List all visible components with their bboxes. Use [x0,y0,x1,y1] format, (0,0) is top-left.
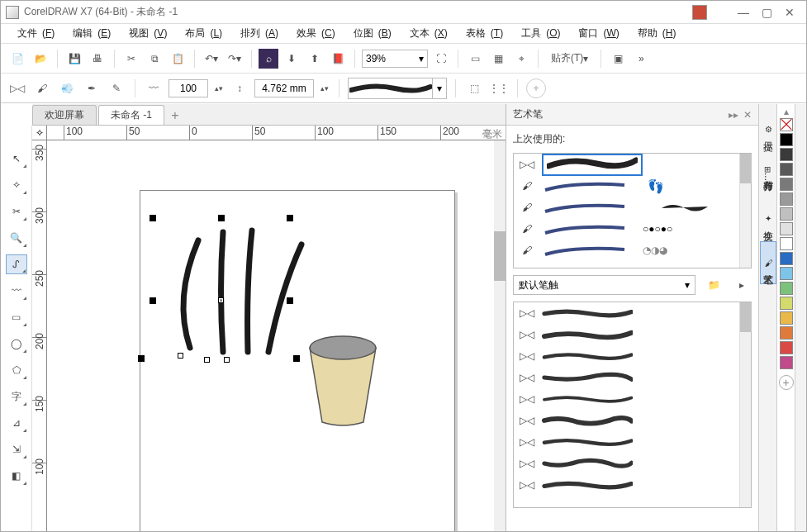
stroke-category-select[interactable]: 默认笔触▾ [513,275,695,295]
shape-tool[interactable]: ✧ [6,175,27,195]
swatch[interactable] [780,133,793,146]
maximize-button[interactable]: ▢ [755,3,778,21]
undo-button[interactable]: ↶▾ [202,49,221,69]
docker-menu-button[interactable]: ▸ [732,275,752,295]
interactive-fill-tool[interactable]: ◧ [6,466,27,486]
canvas-area[interactable]: ✧ 100 50 0 50 100 150 200 毫米 350 300 250… [32,126,506,531]
ruler-origin[interactable]: ✧ [32,126,47,140]
cut-button[interactable]: ✂ [121,49,141,69]
swatch[interactable] [780,222,793,235]
preset-stroke-select[interactable]: ▾ [348,78,447,99]
calligraphic-mode-button[interactable]: ✒ [82,78,102,98]
close-button[interactable]: ✕ [778,3,801,21]
width-stepper[interactable]: ▴▾ [319,78,330,98]
text-tool[interactable]: 字 [6,387,27,406]
open-button[interactable]: 📂 [31,49,50,69]
palette-up-button[interactable]: ▴ [784,106,789,117]
swatch[interactable] [780,341,793,354]
smoothing-stepper[interactable]: ▴▾ [213,78,225,98]
horizontal-ruler[interactable]: 100 50 0 50 100 150 200 毫米 [47,126,506,140]
search-button[interactable]: ⌕ [259,49,278,69]
import-button[interactable]: ⬇ [282,49,301,69]
swatch[interactable] [780,326,793,340]
vertical-ruler[interactable]: 350 300 250 200 150 100 [32,140,47,531]
menu-tools[interactable]: 工具(O) [511,25,565,42]
swatch[interactable] [780,207,793,221]
pick-tool[interactable]: ↖ [6,149,27,169]
swatch[interactable] [780,297,793,310]
list-scrollbar[interactable] [739,302,751,507]
pressure-mode-button[interactable]: ✎ [107,78,126,98]
publish-pdf-button[interactable]: 📕 [328,49,348,69]
fullscreen-preview-button[interactable]: ⛶ [431,49,451,69]
tab-document[interactable]: 未命名 -1 [98,105,164,125]
options-button[interactable]: ▣ [608,49,628,69]
list-scrollbar[interactable] [739,154,751,268]
ellipse-tool[interactable]: ◯ [6,334,27,354]
show-rulers-button[interactable]: ▭ [465,49,485,69]
print-button[interactable]: 🖶 [88,49,107,69]
redo-button[interactable]: ↷▾ [225,49,244,69]
connector-tool[interactable]: ⇲ [6,439,27,459]
swatch[interactable] [780,356,793,369]
paste-button[interactable]: 📋 [168,49,188,69]
export-button[interactable]: ⬆ [305,49,325,69]
swatch[interactable] [780,282,793,295]
swatch[interactable] [780,237,793,250]
canvas-vscrollbar[interactable] [494,140,506,531]
preset-mode-button[interactable]: ▷◁ [7,78,27,98]
bucket-artwork[interactable] [297,331,388,430]
bounding-box-button[interactable]: ⬚ [464,78,484,98]
scale-stroke-button[interactable]: ⋮⋮ [489,78,509,98]
copy-button[interactable]: ⧉ [145,49,164,69]
dimension-tool[interactable]: ⊿ [6,413,27,433]
user-avatar-icon[interactable] [692,5,707,20]
zoom-tool[interactable]: 🔍 [6,228,27,248]
save-button[interactable]: 💾 [64,49,84,69]
swatch[interactable] [780,192,793,206]
swatch[interactable] [780,148,793,161]
docker-tab-transform[interactable]: ✦变换 [760,197,776,240]
show-grid-button[interactable]: ▦ [488,49,508,69]
add-color-button[interactable]: + [779,375,794,390]
new-button[interactable]: 📄 [7,49,27,69]
show-guides-button[interactable]: ⌖ [511,49,531,69]
swatch[interactable] [780,311,793,325]
polygon-tool[interactable]: ⬠ [6,360,27,380]
swatch[interactable] [780,267,793,280]
menu-edit[interactable]: 编辑(E) [63,25,116,42]
docker-tab-hints[interactable]: ⚙提示 [760,107,776,150]
menu-layout[interactable]: 布局(L) [175,25,227,42]
menu-effects[interactable]: 效果(C) [287,25,340,42]
snap-to-button[interactable]: 贴齐(T) ▾ [545,49,594,69]
artistic-media-tool[interactable]: 〰 [6,281,27,301]
menu-view[interactable]: 视图(V) [119,25,172,42]
sprayer-mode-button[interactable]: 💨 [57,78,77,98]
smoothing-input[interactable]: 100 [169,79,208,97]
menu-table[interactable]: 表格(T) [456,25,508,42]
freehand-tool[interactable]: ᔑ [6,254,27,274]
docker-collapse-button[interactable]: ▸▸ [729,109,738,121]
menu-bitmap[interactable]: 位图(B) [344,25,396,42]
swatch[interactable] [780,178,793,191]
docker-tab-align[interactable]: ⊞对齐与分布... [760,152,776,195]
swatch[interactable] [780,252,793,265]
rectangle-tool[interactable]: ▭ [6,307,27,327]
add-tab-button[interactable]: + [166,107,184,125]
brush-mode-button[interactable]: 🖌 [32,78,52,98]
docker-close-button[interactable]: ✕ [743,109,752,121]
stroke-width-input[interactable]: 4.762 mm [254,79,314,97]
zoom-level-select[interactable]: 39%▾ [362,50,428,68]
preset-strokes-list[interactable]: ▷◁ ▷◁ ▷◁ ▷◁ ▷◁ ▷◁ ▷◁ ▷◁ ▷◁ [513,302,752,508]
minimize-button[interactable]: — [732,3,755,21]
menu-window[interactable]: 窗口(W) [568,25,624,42]
last-used-strokes-list[interactable]: ▷◁ 🖌👣 🖌 🖌○●○●○ 🖌◔◑◕ [513,153,752,268]
menu-arrange[interactable]: 排列(A) [230,25,283,42]
tab-welcome[interactable]: 欢迎屏幕 [32,105,97,125]
menu-text[interactable]: 文本(X) [400,25,453,42]
menu-file[interactable]: 文件(F) [7,25,59,42]
menu-help[interactable]: 帮助(H) [628,25,681,42]
crop-tool[interactable]: ✂ [6,202,27,221]
swatch-none[interactable] [780,118,793,131]
docker-tab-artistic-media[interactable]: 🖌艺术笔 [760,241,776,284]
